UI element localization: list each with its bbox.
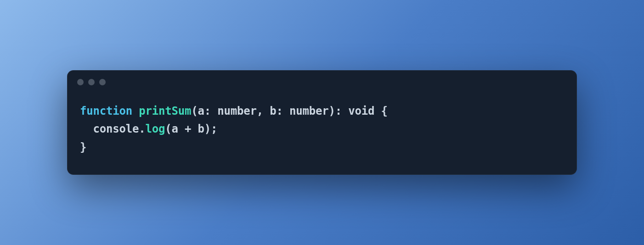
open-paren: ( xyxy=(165,122,171,135)
colon: : xyxy=(335,105,349,117)
parameter: b xyxy=(270,105,276,117)
indent xyxy=(80,122,93,135)
semicolon: ; xyxy=(211,122,217,135)
object-ref: console xyxy=(93,122,139,135)
close-paren: ) xyxy=(329,105,335,117)
code-line: console.log(a + b); xyxy=(80,120,564,139)
maximize-icon[interactable] xyxy=(99,79,106,85)
colon: : xyxy=(277,105,290,117)
open-paren: ( xyxy=(191,105,198,117)
minimize-icon[interactable] xyxy=(88,79,95,85)
function-name: printSum xyxy=(139,105,191,117)
argument: b xyxy=(198,122,204,135)
close-paren: ) xyxy=(204,122,211,135)
type-annotation: number xyxy=(289,105,329,117)
dot: . xyxy=(139,122,145,135)
close-icon[interactable] xyxy=(77,79,84,85)
code-text xyxy=(132,105,139,117)
return-type: void xyxy=(348,105,374,117)
type-annotation: number xyxy=(217,105,257,117)
close-brace: } xyxy=(80,141,86,154)
code-editor[interactable]: function printSum(a: number, b: number):… xyxy=(67,94,577,175)
code-text xyxy=(374,105,381,117)
code-line: function printSum(a: number, b: number):… xyxy=(80,102,564,121)
open-brace: { xyxy=(381,105,388,117)
method-call: log xyxy=(146,122,165,135)
keyword-function: function xyxy=(80,105,132,117)
code-line: } xyxy=(80,139,564,157)
parameter: a xyxy=(198,105,204,117)
colon: : xyxy=(204,105,218,117)
window-titlebar xyxy=(67,70,577,94)
operator: + xyxy=(178,122,198,135)
code-window: function printSum(a: number, b: number):… xyxy=(67,70,577,175)
comma: , xyxy=(257,105,270,117)
argument: a xyxy=(172,122,178,135)
